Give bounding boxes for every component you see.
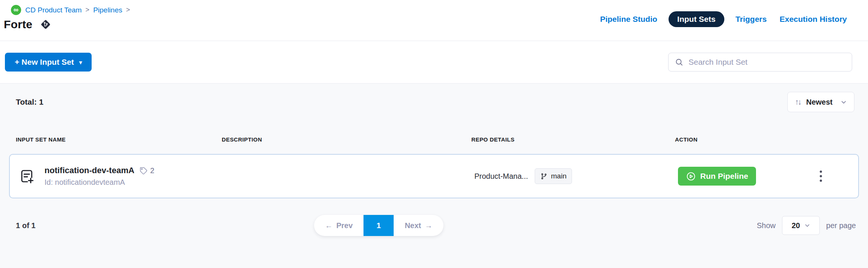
input-set-row[interactable]: notification-dev-teamA 2 Id: notificatio… xyxy=(9,154,859,198)
page-title: Forte xyxy=(4,18,32,31)
input-sets-panel: Total: 1 ↑↓ Newest INPUT SET NAME DESCRI… xyxy=(0,84,868,268)
search-input[interactable] xyxy=(689,58,846,67)
action-cell: Run Pipeline xyxy=(678,167,858,186)
caret-down-icon: ▾ xyxy=(79,59,82,66)
repo-name: Product-Mana... xyxy=(474,172,528,181)
breadcrumb-separator: > xyxy=(86,6,90,14)
tab-input-sets[interactable]: Input Sets xyxy=(669,11,724,27)
column-header-repo-details: REPO DETAILS xyxy=(471,136,675,143)
tab-triggers[interactable]: Triggers xyxy=(734,11,768,27)
tags-badge: 2 xyxy=(139,166,154,175)
run-pipeline-label: Run Pipeline xyxy=(700,172,748,181)
chevron-down-icon xyxy=(840,99,847,105)
page-number-button[interactable]: 1 xyxy=(363,215,394,236)
breadcrumb-pipelines-link[interactable]: Pipelines xyxy=(93,6,122,14)
page-range-label: 1 of 1 xyxy=(16,221,35,230)
tag-icon xyxy=(139,166,148,175)
tab-execution-history[interactable]: Execution History xyxy=(778,11,848,27)
new-input-set-label: + New Input Set xyxy=(15,58,74,67)
search-icon xyxy=(675,58,684,67)
name-cell: notification-dev-teamA 2 Id: notificatio… xyxy=(19,166,225,187)
table-header-row: INPUT SET NAME DESCRIPTION REPO DETAILS … xyxy=(9,136,859,143)
page-header: ∞ CD Product Team > Pipelines > Forte Pi… xyxy=(0,0,868,41)
run-pipeline-button[interactable]: Run Pipeline xyxy=(678,167,756,186)
input-set-name: notification-dev-teamA xyxy=(44,166,134,175)
page-size-dropdown[interactable]: 20 xyxy=(782,216,820,235)
chevron-down-icon xyxy=(804,222,810,228)
right-arrow-icon: → xyxy=(425,221,432,230)
name-line: notification-dev-teamA 2 xyxy=(44,166,154,175)
per-page-label: per page xyxy=(826,221,856,230)
tag-count: 2 xyxy=(150,166,154,175)
input-set-icon xyxy=(19,168,35,184)
cd-module-icon: ∞ xyxy=(11,5,21,15)
next-page-button[interactable]: Next → xyxy=(394,215,443,236)
total-count-label: Total: 1 xyxy=(16,97,43,107)
repo-details-cell: Product-Mana... main xyxy=(474,168,678,184)
sort-arrows-icon: ↑↓ xyxy=(795,97,801,107)
play-circle-icon xyxy=(686,171,696,181)
prev-label: Prev xyxy=(336,221,353,230)
page-size-value: 20 xyxy=(791,221,800,230)
name-stack: notification-dev-teamA 2 Id: notificatio… xyxy=(44,166,154,187)
sort-dropdown[interactable]: ↑↓ Newest xyxy=(787,92,854,112)
show-label: Show xyxy=(757,221,776,230)
tab-pipeline-studio[interactable]: Pipeline Studio xyxy=(598,11,659,27)
new-input-set-button[interactable]: + New Input Set ▾ xyxy=(5,53,92,72)
pagination-row: 1 of 1 ← Prev 1 Next → Show 20 per page xyxy=(9,215,859,236)
column-header-action: ACTION xyxy=(675,136,859,143)
prev-page-button[interactable]: ← Prev xyxy=(314,215,363,236)
remote-pipeline-git-icon xyxy=(39,18,52,31)
column-header-input-set-name: INPUT SET NAME xyxy=(16,136,222,143)
left-arrow-icon: ← xyxy=(325,221,333,230)
search-box xyxy=(668,53,852,72)
page-size-control: Show 20 per page xyxy=(757,216,859,235)
input-set-id: Id: notificationdevteamA xyxy=(44,178,154,187)
breadcrumb-separator: > xyxy=(126,6,130,14)
column-header-description: DESCRIPTION xyxy=(222,136,471,143)
row-options-menu-button[interactable] xyxy=(817,168,825,185)
pager: ← Prev 1 Next → xyxy=(314,215,443,236)
pipeline-tabs: Pipeline Studio Input Sets Triggers Exec… xyxy=(598,11,848,27)
meta-row: Total: 1 ↑↓ Newest xyxy=(9,84,859,112)
branch-badge: main xyxy=(535,168,572,184)
branch-name: main xyxy=(551,172,566,180)
svg-text:∞: ∞ xyxy=(14,6,18,14)
sort-selected-value: Newest xyxy=(806,98,833,107)
toolbar: + New Input Set ▾ xyxy=(0,41,868,84)
git-branch-icon xyxy=(540,173,547,180)
breadcrumb-project-link[interactable]: CD Product Team xyxy=(25,6,82,14)
next-label: Next xyxy=(405,221,421,230)
